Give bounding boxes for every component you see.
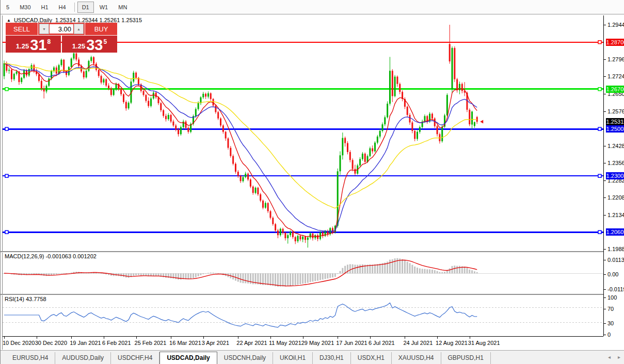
timeframe-button-D1[interactable]: D1 [77, 2, 94, 13]
rsi-tick-label: 30 [607, 320, 614, 326]
axis-tick [604, 76, 606, 77]
up-arrow-icon: ▲ [77, 27, 81, 31]
chart-tab-XAUUSD[interactable]: XAUUSD,H4 [392, 352, 441, 364]
chart-window: MACD(12,26,9) -0.001063 0.001202 RSI(14)… [1, 14, 624, 364]
price-tick-label: 1.21340 [607, 212, 624, 218]
axis-tick [604, 215, 606, 216]
rsi-label: RSI(14) 43.7758 [5, 296, 46, 302]
collapse-panel-icon[interactable]: ▲ [7, 18, 11, 23]
macd-tick-label: 0.00 [607, 271, 618, 277]
date-axis[interactable]: 10 Dec 202030 Dec 202019 Jan 20216 Feb 2… [3, 336, 603, 350]
date-label: 19 Jan 2021 [70, 340, 101, 346]
axis-tick [604, 111, 606, 112]
date-tick [437, 337, 438, 339]
date-label: 16 Mar 2021 [169, 340, 201, 346]
buy-button[interactable]: BUY [85, 23, 117, 35]
date-tick [37, 337, 37, 339]
rsi-chart[interactable] [3, 295, 603, 336]
axis-tick [604, 249, 606, 250]
date-tick [303, 337, 303, 339]
date-tick [4, 337, 5, 339]
price-tick-label: 1.27240 [607, 73, 624, 79]
date-tick [203, 337, 204, 339]
volume-input[interactable]: 3.00 [50, 24, 73, 34]
axis-tick [604, 94, 606, 94]
volume-spinner: ▼ 3.00 ▲ [38, 23, 85, 35]
rsi-pane[interactable] [3, 295, 603, 336]
tab-scroll-controls: ◂ ▸ [608, 354, 620, 360]
axis-tick [604, 146, 606, 146]
price-line-label: 1.28700 [606, 39, 624, 46]
axis-tick [604, 335, 606, 335]
chart-tab-USDX[interactable]: USDX,H1 [351, 352, 392, 364]
buy-price-pips: 33 [86, 38, 103, 52]
ma-45-line [4, 63, 477, 208]
date-label: 25 Feb 2021 [135, 340, 167, 346]
sell-button[interactable]: SELL [6, 23, 38, 35]
price-tick-label: 1.24280 [607, 143, 624, 149]
down-arrow-icon: ▼ [42, 27, 46, 31]
price-tick-label: 1.22080 [607, 194, 624, 201]
tab-scroll-left-icon[interactable]: ◂ [608, 354, 611, 360]
date-tick [238, 337, 238, 339]
timeframe-button-M30[interactable]: M30 [15, 2, 35, 13]
toolbar-separator [74, 3, 75, 12]
axis-tick [604, 59, 606, 60]
chart-tab-UKOil[interactable]: UKOil,H1 [273, 352, 313, 364]
timeframe-button-MN[interactable]: MN [114, 2, 132, 13]
date-label: 3 Apr 2021 [202, 340, 229, 346]
date-tick [71, 337, 72, 339]
chart-tab-AUDUSD[interactable]: AUDUSD,Daily [55, 352, 111, 364]
axis-tick [604, 163, 606, 163]
tab-scroll-right-icon[interactable]: ▸ [618, 354, 620, 360]
chart-tab-USDCNH[interactable]: USDCNH,Daily [217, 352, 273, 364]
chart-tab-USDCHF[interactable]: USDCHF,H4 [111, 352, 159, 364]
date-tick [470, 337, 470, 339]
date-label: 29 May 2021 [301, 340, 334, 346]
sell-price-pips: 31 [30, 38, 46, 52]
axis-tick [604, 197, 606, 198]
price-tick-label: 1.27960 [607, 56, 624, 62]
price-tick-label: 1.23560 [607, 160, 624, 166]
axis-tick [604, 274, 606, 275]
date-tick [136, 337, 137, 339]
price-axis[interactable]: 1.294401.279601.272401.265001.257601.242… [604, 15, 624, 336]
price-tick-label: 1.25760 [607, 108, 624, 114]
volume-decrease-button[interactable]: ▼ [39, 24, 49, 34]
date-label: 30 Dec 2020 [35, 340, 67, 346]
price-tick-label: 1.19880 [607, 246, 624, 252]
buy-price-box[interactable]: 1.25 33 5 [62, 36, 117, 53]
date-label: 11 May 2021 [269, 340, 301, 346]
price-line-label: 1.26700 [606, 86, 624, 93]
axis-tick [604, 323, 606, 324]
timeframe-button-H4[interactable]: H4 [54, 2, 71, 13]
timeframe-toolbar: 5M30H1H4D1W1MN [1, 0, 624, 14]
timeframe-button-H1[interactable]: H1 [37, 2, 53, 13]
chart-tab-EURUSD[interactable]: EURUSD,H4 [6, 352, 55, 364]
axis-tick [604, 297, 606, 298]
chart-tab-GBPUSD[interactable]: GBPUSD,H1 [441, 352, 491, 364]
timeframe-button-5[interactable]: 5 [2, 2, 14, 13]
volume-increase-button[interactable]: ▲ [74, 24, 84, 34]
date-label: 10 Dec 2020 [3, 340, 35, 346]
date-tick [171, 337, 171, 339]
date-label: 6 Jul 2021 [369, 340, 395, 346]
price-tick-label: 1.29440 [607, 22, 624, 28]
chart-tab-DJ30[interactable]: DJ30,H1 [313, 352, 351, 364]
macd-tick-label: -0.01190 [607, 286, 624, 292]
rsi-tick-label: 100 [607, 294, 617, 301]
price-line-label: 1.23003 [606, 172, 624, 179]
macd-label: MACD(12,26,9) -0.001063 0.001202 [5, 253, 97, 259]
axis-tick [604, 289, 606, 290]
price-line-label: 1.25003 [606, 125, 624, 133]
chart-tab-bar: EURUSD,H4AUDUSD,DailyUSDCHF,H4USDCAD,Dai… [1, 350, 624, 364]
sell-price-box[interactable]: 1.25 31 8 [6, 36, 61, 53]
rsi-line [4, 303, 477, 327]
timeframe-button-W1[interactable]: W1 [95, 2, 113, 13]
chart-tab-USDCAD[interactable]: USDCAD,Daily [159, 352, 217, 364]
date-tick [405, 337, 405, 339]
price-line-label: 1.20609 [606, 228, 624, 236]
axis-tick [604, 25, 606, 25]
buy-price-point: 5 [103, 38, 107, 45]
macd-tick-label: 0.01135 [607, 257, 624, 263]
